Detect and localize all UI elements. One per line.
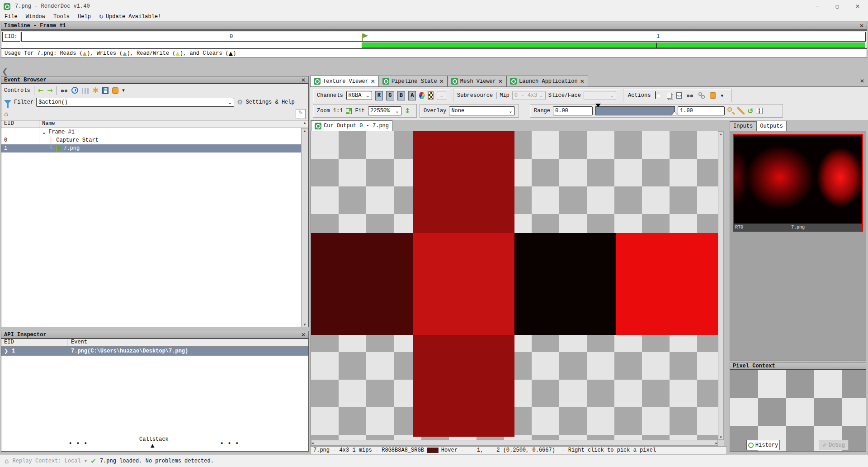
tab-close-icon[interactable]: ✕ [371,78,375,85]
find-event-icon[interactable] [61,87,68,94]
pixel-context-view[interactable]: History ✐ Debug [730,370,866,452]
histogram-icon[interactable] [756,108,763,114]
menu-help[interactable]: Help [78,14,91,20]
callstack-expand-icon[interactable]: ▲ [151,443,154,448]
tab-outputs[interactable]: Outputs [756,121,786,131]
replay-context[interactable]: Replay Context: Local [13,458,81,464]
column-eid[interactable]: EID [1,120,39,128]
export-icon[interactable] [102,87,108,94]
range-slider[interactable] [595,106,675,115]
menu-window[interactable]: Window [26,14,45,20]
mip-select[interactable]: 0 - 4x3 ⌄ [512,91,546,100]
api-inspector-close-icon[interactable]: ✕ [301,332,306,338]
tab-close-icon[interactable]: ✕ [498,78,503,85]
collapse-icon[interactable]: ⌄ [42,129,46,135]
debug-button[interactable]: ✐ Debug [819,440,849,450]
channels-select[interactable]: RGBA ⌄ [346,91,372,100]
tab-close-icon[interactable]: ✕ [580,78,585,85]
column-event[interactable]: Event [67,339,308,346]
timeline-activity-bar[interactable] [362,43,865,48]
channel-g-button[interactable]: G [386,91,394,100]
gamma-wheel-icon[interactable] [419,92,424,99]
actions-dropdown-icon[interactable]: ▾ [721,93,723,99]
flip-y-icon[interactable]: ↕ [405,107,410,115]
home-bookmark-icon[interactable]: ⌂ [4,110,9,118]
tab-texture-viewer[interactable]: Texture Viewer ✕ [310,76,379,86]
minimize-button[interactable]: — [807,0,827,13]
vertical-scrollbar[interactable]: ▴ ▾ [718,131,724,440]
reset-range-icon[interactable]: ↺ [747,107,753,115]
rt0-thumbnail[interactable]: RT0 7.png [733,134,863,232]
menu-file[interactable]: File [5,14,18,20]
replay-context-dropdown-icon[interactable]: ▾ [85,458,87,464]
zoom-1to1-button[interactable]: 1:1 [333,108,343,114]
slice-select[interactable]: ⌄ [584,91,616,100]
next-event-icon[interactable]: → [47,86,53,95]
api-row-selected[interactable]: ❯ 1 7.png(C:\Users\huazao\Desktop\7.png) [1,347,308,356]
event-row-capture-start[interactable]: 0 │ Capture Start [1,136,308,144]
range-max-input[interactable]: 1.00 [678,106,725,115]
range-min-input[interactable]: 0.00 [553,106,593,115]
tab-close-icon[interactable]: ✕ [439,78,444,85]
open-shader-icon[interactable]: <> [676,92,682,99]
horizontal-scrollbar[interactable]: ◂ ▸ [311,440,718,446]
history-button[interactable]: History [746,440,780,450]
menu-tools[interactable]: Tools [53,14,70,20]
maximize-button[interactable]: ▢ [827,0,847,13]
update-available[interactable]: ↻ Update Available! [99,14,161,20]
scroll-left-icon[interactable]: ❮ [2,67,8,76]
zoom-range-icon[interactable] [727,107,732,112]
cur-output-tab[interactable]: Cur Output 0 - 7.png [311,120,392,131]
timing-icon[interactable] [71,87,78,94]
pixel-context-header[interactable]: Pixel Context [730,362,866,370]
fit-button[interactable]: Fit [355,108,365,114]
event-browser-header[interactable]: Event Browser ✕ [1,76,309,84]
scroll-up-icon[interactable]: ▴ [718,132,723,136]
channel-r-button[interactable]: R [375,91,383,100]
event-browser-close-icon[interactable]: ✕ [301,77,306,83]
api-inspector-header[interactable]: API Inspector ✕ [1,331,309,338]
event-row-frame[interactable]: ⌄ Frame #1 [1,128,308,136]
timeline-track[interactable]: 0 1 [21,32,866,42]
save-texture-icon[interactable] [655,91,656,99]
extensions-dropdown-icon[interactable]: ▾ [122,87,125,93]
edit-filter-icon[interactable]: ✎ [296,109,306,119]
tab-pipeline-state[interactable]: Pipeline State ✕ [379,76,448,86]
tabbar-close-icon[interactable]: ✕ [860,78,864,84]
timeline-header[interactable]: Timeline - Frame #1 ✕ [1,22,867,30]
expand-row-icon[interactable]: ❯ [4,348,8,354]
event-row-selected[interactable]: 1 └ 7.png [1,144,308,152]
goto-resource-icon[interactable] [686,92,693,99]
column-eid[interactable]: EID [1,339,67,346]
column-name[interactable]: Name [39,120,301,128]
event-tree-scrollbar[interactable]: ▴ ▾ [301,128,308,327]
timeline-close-icon[interactable]: ✕ [859,23,864,29]
tab-inputs[interactable]: Inputs [730,121,756,131]
prev-event-icon[interactable]: ← [38,86,44,95]
close-button[interactable]: ✕ [847,0,868,13]
bookmark-icon[interactable]: ✱ [93,87,99,94]
copy-icon[interactable] [667,93,672,99]
settings-help-link[interactable]: Settings & Help [246,99,295,105]
range-white-handle[interactable] [672,112,677,115]
tree-scroll-up-icon[interactable]: ▴ [301,120,308,128]
autofit-wand-icon[interactable] [737,107,745,114]
scroll-right-icon[interactable]: ▸ [715,441,717,445]
texture-canvas[interactable] [311,131,718,440]
overlay-select[interactable]: None ⌄ [449,106,515,115]
callstack-section[interactable]: ● ● ● Callstack ▲ ● ● ● [1,436,308,451]
range-black-handle[interactable] [595,104,601,107]
texture-extensions-icon[interactable] [710,92,716,99]
tab-launch-application[interactable]: Launch Application ✕ [506,76,588,86]
scroll-up-icon[interactable]: ▴ [302,129,308,133]
channel-b-button[interactable]: B [397,91,405,100]
alpha-background-icon[interactable] [428,91,434,100]
fit-icon[interactable] [346,108,352,114]
stats-icon[interactable] [82,88,89,94]
rt0-thumbnail-image[interactable] [734,135,862,224]
filter-gear-icon[interactable]: ⚙ [237,98,243,106]
filter-input[interactable]: $action() ⌄ [36,98,234,107]
scroll-down-icon[interactable]: ▾ [302,322,308,327]
link-icon[interactable] [698,92,705,99]
custom-display-select[interactable]: ⌄ [437,91,446,100]
